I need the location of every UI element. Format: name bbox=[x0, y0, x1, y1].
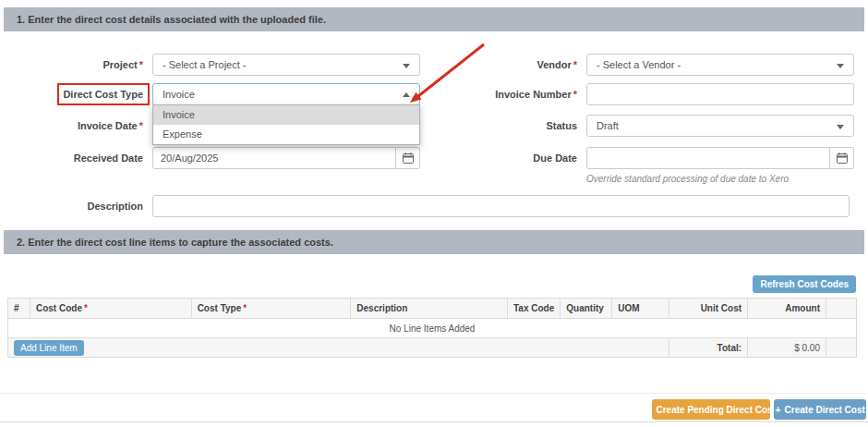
received-date-calendar-button[interactable] bbox=[396, 147, 420, 169]
chevron-down-icon bbox=[837, 125, 844, 129]
empty-state-row: No Line Items Added bbox=[8, 319, 857, 338]
vendor-select-value: - Select a Vendor - bbox=[597, 59, 681, 70]
col-unit-cost: Unit Cost bbox=[669, 299, 748, 319]
section-1-header: 1. Enter the direct cost details associa… bbox=[4, 7, 864, 31]
due-date-hint: Override standard processing of due date… bbox=[586, 174, 854, 184]
status-select-value: Draft bbox=[597, 120, 619, 131]
chevron-down-icon bbox=[837, 64, 844, 68]
col-amount: Amount bbox=[748, 299, 826, 319]
col-description: Description bbox=[351, 299, 508, 319]
col-actions bbox=[826, 299, 856, 319]
dropdown-option-expense[interactable]: Expense bbox=[153, 125, 419, 144]
table-footer-row: Add Line Item Total: $ 0.00 bbox=[8, 338, 857, 358]
received-date-label: Received Date bbox=[0, 147, 143, 169]
required-mark: * bbox=[84, 303, 88, 313]
line-items-table: # Cost Code* Cost Type* Description Tax … bbox=[7, 298, 857, 358]
col-tax-code: Tax Code bbox=[508, 299, 561, 319]
due-date-calendar-button[interactable] bbox=[830, 147, 854, 169]
total-value: $ 0.00 bbox=[748, 338, 826, 358]
received-date-input[interactable] bbox=[152, 147, 396, 169]
total-label: Total: bbox=[669, 338, 748, 358]
required-mark: * bbox=[139, 120, 143, 131]
col-uom: UOM bbox=[612, 299, 669, 319]
add-line-item-button[interactable]: Add Line Item bbox=[14, 340, 84, 356]
calendar-icon bbox=[837, 152, 848, 164]
direct-cost-form-page: 1. Enter the direct cost details associa… bbox=[0, 0, 868, 427]
col-quantity: Quantity bbox=[561, 299, 612, 319]
invoice-date-label: Invoice Date* bbox=[0, 115, 143, 137]
vendor-select[interactable]: - Select a Vendor - bbox=[586, 54, 854, 76]
project-select-value: - Select a Project - bbox=[163, 59, 246, 70]
status-label: Status bbox=[434, 115, 577, 137]
empty-state-message: No Line Items Added bbox=[8, 319, 857, 338]
required-mark: * bbox=[139, 59, 143, 70]
annotation-arrow-icon bbox=[399, 39, 491, 113]
direct-cost-type-dropdown: Invoice Expense bbox=[152, 104, 420, 145]
required-mark: * bbox=[573, 89, 577, 100]
section-2-header: 2. Enter the direct cost line items to c… bbox=[4, 230, 864, 254]
create-direct-cost-button[interactable]: + Create Direct Cost bbox=[774, 399, 866, 420]
description-label: Description bbox=[0, 195, 143, 217]
page-bottom-border bbox=[0, 421, 868, 422]
direct-cost-type-value: Invoice bbox=[163, 89, 195, 100]
create-pending-direct-cost-button[interactable]: + Create Pending Direct Cost bbox=[652, 399, 770, 420]
plus-icon: + bbox=[775, 405, 780, 415]
direct-cost-type-select[interactable]: Invoice bbox=[152, 83, 420, 105]
calendar-icon bbox=[403, 152, 414, 164]
refresh-cost-codes-button[interactable]: Refresh Cost Codes bbox=[753, 275, 856, 293]
invoice-number-input[interactable] bbox=[586, 83, 854, 105]
due-date-label: Due Date bbox=[434, 147, 577, 169]
description-input[interactable] bbox=[152, 195, 850, 217]
plus-icon: + bbox=[646, 405, 652, 415]
annotation-highlight-box bbox=[57, 83, 150, 105]
col-cost-type: Cost Type* bbox=[191, 299, 351, 319]
required-mark: * bbox=[243, 303, 247, 313]
project-label: Project* bbox=[0, 54, 143, 76]
dropdown-option-invoice[interactable]: Invoice bbox=[153, 105, 419, 125]
due-date-input[interactable] bbox=[586, 147, 830, 169]
required-mark: * bbox=[573, 59, 577, 70]
bottom-divider bbox=[0, 393, 868, 394]
status-select[interactable]: Draft bbox=[586, 115, 854, 137]
col-cost-code: Cost Code* bbox=[30, 299, 191, 319]
table-header-row: # Cost Code* Cost Type* Description Tax … bbox=[8, 299, 857, 319]
col-number: # bbox=[8, 299, 30, 319]
project-select[interactable]: - Select a Project - bbox=[152, 54, 420, 76]
